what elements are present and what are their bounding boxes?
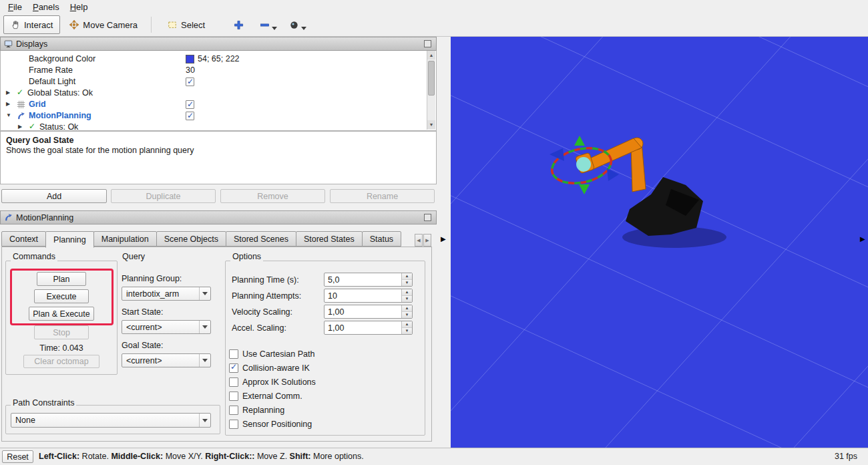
status-ok-icon: ✓ [29,122,35,131]
3d-viewport[interactable] [451,37,868,448]
rviz-window: File Panels Help Interact Move Camera Se… [0,0,868,465]
spin-down-icon[interactable]: ▼ [402,328,412,334]
velocity-scaling-spinbox[interactable]: 1,00 ▲▼ [324,305,413,319]
displays-icon [4,39,13,48]
collapse-icon[interactable]: ▼ [6,112,11,118]
expander-icon[interactable]: ▶ [6,90,10,96]
spin-up-icon[interactable]: ▲ [402,305,412,312]
grid-enabled-checkbox[interactable] [186,100,194,109]
reset-button[interactable]: Reset [2,450,33,463]
spin-up-icon[interactable]: ▲ [402,289,412,296]
tab-scroll-left-button[interactable]: ◀ [415,234,423,247]
planning-time-spinbox[interactable]: 5,0 ▲▼ [324,273,413,287]
path-constraints-combo[interactable]: None [11,413,211,428]
expander-icon[interactable]: ▶ [6,101,10,107]
use-cartesian-path-checkbox[interactable]: Use Cartesian Path [229,349,314,359]
marker-arrow-down[interactable] [579,184,590,194]
tab-stored-scenes[interactable]: Stored Scenes [226,231,296,247]
remove-display-button[interactable]: Remove [220,189,325,203]
motionplanning-panel-title: MotionPlanning [16,213,73,222]
splitter-arrow-left[interactable]: ▶ [441,235,446,243]
clear-octomap-button[interactable]: Clear octomap [23,355,99,368]
tree-row-frame-rate[interactable]: Frame Rate 30 [1,65,436,76]
marker-arrow-up[interactable] [574,136,585,146]
motionplanning-panel-titlebar[interactable]: MotionPlanning [0,210,437,224]
chevron-down-icon [202,359,208,362]
tab-status[interactable]: Status [362,231,401,247]
motionplanning-enabled-checkbox[interactable] [186,112,194,120]
commands-group-title: Commands [11,252,57,261]
spin-up-icon[interactable]: ▲ [402,321,412,328]
color-swatch[interactable] [186,55,194,63]
velocity-scaling-label: Velocity Scaling: [232,307,292,317]
robot-arm[interactable] [576,138,726,248]
interactive-marker[interactable] [549,136,619,194]
status-bar: Reset Left-Click: Rotate. Middle-Click: … [0,448,868,465]
spin-up-icon[interactable]: ▲ [402,273,412,280]
motionplanning-panel-icon [4,213,13,222]
tree-row-default-light[interactable]: Default Light [1,76,436,88]
expander-icon[interactable]: ▶ [18,124,22,130]
chevron-down-icon [272,27,277,30]
grid-display-icon [17,100,25,109]
motionplanning-icon [17,112,25,120]
scroll-up-icon[interactable]: ▲ [427,51,435,59]
interact-tool-label: Interact [24,20,53,30]
remove-tool-button[interactable] [256,15,280,34]
stop-button[interactable]: Stop [34,325,89,339]
focus-camera-tool-button[interactable] [286,15,310,34]
collision-aware-ik-checkbox[interactable]: Collision-aware IK [229,363,310,373]
scrollbar-thumb[interactable] [428,61,435,96]
interact-tool-button[interactable]: Interact [3,15,60,34]
external-comm-checkbox[interactable]: External Comm. [229,391,302,401]
detach-panel-button[interactable] [424,40,431,47]
tree-row-grid[interactable]: ▶ Grid [1,99,436,110]
tab-planning[interactable]: Planning [45,231,94,248]
scroll-down-icon[interactable]: ▼ [427,120,435,129]
tool-bar: Interact Move Camera Select [0,13,868,37]
planning-group-combo[interactable]: interbotix_arm [122,287,211,301]
viewport-scene [451,37,868,448]
move-camera-tool-label: Move Camera [83,20,138,30]
add-display-button[interactable]: Add [1,189,107,203]
menu-item-help[interactable]: Help [65,1,93,13]
tab-stored-states[interactable]: Stored States [296,231,363,247]
tree-row-mp-status[interactable]: ▶ ✓ Status: Ok [1,122,436,131]
plan-time-label: Time: 0.043 [5,343,118,353]
tab-manipulation[interactable]: Manipulation [93,231,157,247]
spin-down-icon[interactable]: ▼ [402,312,412,318]
planning-attempts-spinbox[interactable]: 10 ▲▼ [324,289,413,303]
select-tool-label: Select [181,20,205,30]
select-tool-button[interactable]: Select [161,15,212,34]
spin-down-icon[interactable]: ▼ [402,296,412,302]
default-light-checkbox[interactable] [186,78,194,86]
tree-row-background-color[interactable]: Background Color 54; 65; 222 [1,53,436,65]
tree-scrollbar[interactable]: ▲ ▼ [427,51,435,130]
splitter-arrow-right[interactable]: ▶ [860,235,865,243]
displays-tree: Background Color 54; 65; 222 Frame Rate … [0,51,437,131]
add-tool-button[interactable] [230,15,247,34]
select-icon [168,20,177,29]
marker-center-sphere[interactable] [576,157,591,172]
tab-scroll-right-button[interactable]: ▶ [423,234,431,247]
menu-item-panels[interactable]: Panels [27,1,65,13]
move-camera-tool-button[interactable]: Move Camera [63,15,144,34]
planning-group-label: Planning Group: [122,274,182,283]
goal-state-combo[interactable]: <current> [122,353,211,367]
tab-scene-objects[interactable]: Scene Objects [156,231,226,247]
start-state-combo[interactable]: <current> [122,320,211,334]
display-description-box: Query Goal State Shows the goal state fo… [0,131,437,184]
rename-display-button[interactable]: Rename [330,189,435,203]
duplicate-display-button[interactable]: Duplicate [111,189,216,203]
tab-context[interactable]: Context [1,231,46,247]
tree-row-global-status[interactable]: ▶ ✓ Global Status: Ok [1,88,436,99]
accel-scaling-spinbox[interactable]: 1,00 ▲▼ [324,321,413,335]
menu-item-file[interactable]: File [3,1,27,13]
replanning-checkbox[interactable]: Replanning [229,405,284,415]
sensor-positioning-checkbox[interactable]: Sensor Positioning [229,419,312,429]
approx-ik-solutions-checkbox[interactable]: Approx IK Solutions [229,377,316,387]
displays-panel-titlebar[interactable]: Displays [0,37,437,51]
tree-row-motionplanning[interactable]: ▼ MotionPlanning [1,110,436,122]
spin-down-icon[interactable]: ▼ [402,280,412,286]
detach-panel-button[interactable] [424,214,431,221]
